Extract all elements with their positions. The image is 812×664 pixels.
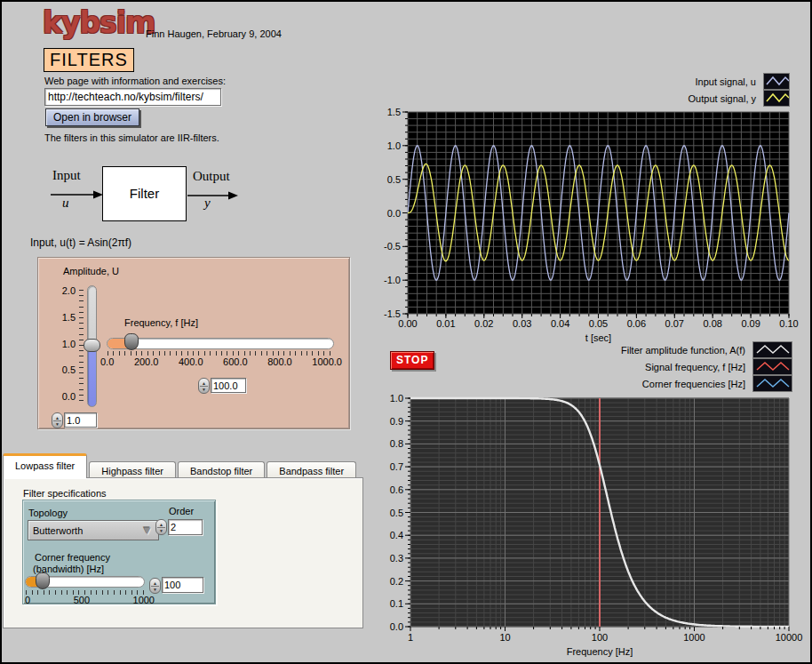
amplitude-label: Amplitude, U [63, 266, 119, 277]
svg-text:0.1: 0.1 [390, 598, 403, 609]
topology-label: Topology [28, 508, 68, 519]
frequency-value-input[interactable] [211, 378, 246, 393]
svg-text:0.08: 0.08 [703, 318, 721, 329]
web-page-label: Web page with information and exercises: [44, 76, 226, 87]
svg-text:10: 10 [499, 632, 510, 643]
corner-frequency-label-line1: Corner frequency [35, 552, 110, 564]
svg-text:0.06: 0.06 [627, 318, 646, 329]
svg-text:0.7: 0.7 [390, 461, 403, 472]
filter-block: Filter [102, 166, 187, 221]
frequency-slider-ticks [107, 351, 334, 356]
lowpass-filter-tab-page: Filter specifications Topology Butterwor… [3, 477, 363, 628]
legend-label: Corner frequencies [Hz] [533, 379, 745, 389]
svg-text:1: 1 [408, 632, 413, 643]
scale-tick-label: 1.0 [62, 339, 76, 349]
frequency-slider-scale: 0.0200.0400.0600.0800.01000.0 [100, 356, 342, 367]
amplitude-spinner[interactable]: ▲ ▼ [52, 412, 63, 428]
svg-text:1000: 1000 [683, 632, 705, 643]
scale-tick-label: 400.0 [179, 356, 203, 367]
byline: Finn Haugen, February 9, 2004 [146, 28, 282, 40]
scale-tick-label: 1000 [133, 595, 155, 605]
topology-value: Butterworth [33, 525, 83, 536]
svg-text:0.6: 0.6 [390, 484, 403, 495]
order-label: Order [169, 506, 194, 517]
scale-tick-label: 200.0 [134, 356, 159, 367]
svg-text:0.5: 0.5 [387, 174, 401, 185]
legend-label: Filter amplitude function, A(f) [533, 345, 745, 356]
svg-text:0.07: 0.07 [665, 318, 684, 329]
amplitude-value-input[interactable] [64, 412, 97, 428]
svg-text:0.02: 0.02 [474, 318, 493, 329]
svg-text:0.5: 0.5 [390, 508, 403, 518]
input-equation-heading: Input, u(t) = Asin(2πf) [30, 237, 131, 249]
svg-text:0.09: 0.09 [741, 318, 760, 329]
amplitude-slider-handle[interactable] [84, 339, 100, 352]
svg-text:1.0: 1.0 [390, 393, 403, 404]
topology-dropdown[interactable]: Butterworth ▼ [28, 520, 159, 540]
frequency-spinner[interactable]: ▲ ▼ [198, 378, 210, 394]
frequency-label: Frequency, f [Hz] [124, 317, 198, 329]
scale-tick-label: 0.0 [62, 391, 76, 402]
corner-frequency-slider-handle[interactable] [36, 572, 50, 589]
diagram-input-label: Input [52, 168, 81, 183]
svg-text:100: 100 [592, 632, 608, 643]
diagram-output-var: y [204, 196, 211, 211]
spin-down-icon[interactable]: ▼ [153, 587, 157, 592]
frequency-slider-handle[interactable] [124, 333, 139, 350]
legend-item: Input signal, u [624, 73, 790, 90]
svg-text:0.04: 0.04 [551, 318, 569, 329]
dropdown-arrow-icon[interactable]: ▼ [141, 524, 153, 537]
legend-item: Corner frequencies [Hz] [533, 375, 792, 392]
svg-text:0.9: 0.9 [390, 416, 403, 427]
svg-text:Frequency [Hz]: Frequency [Hz] [567, 646, 633, 657]
spin-down-icon[interactable]: ▼ [202, 387, 206, 392]
open-in-browser-button[interactable]: Open in browser [45, 108, 139, 126]
scale-tick-label: 2.0 [62, 285, 76, 296]
corner-frequency-value-input[interactable] [162, 577, 203, 593]
tab-lowpass-filter[interactable]: Lowpass filter [3, 453, 87, 478]
svg-text:0.8: 0.8 [390, 438, 403, 449]
order-value-input[interactable] [168, 519, 203, 535]
legend-swatch-icon [752, 358, 792, 375]
svg-text:0.05: 0.05 [589, 318, 608, 329]
svg-text:0.4: 0.4 [390, 530, 403, 540]
url-input[interactable] [44, 88, 221, 106]
scale-tick-label: 0 [25, 595, 30, 605]
corner-frequency-slider-scale: 05001000 [25, 595, 155, 605]
input-signal-panel: Amplitude, U 2.01.51.00.50.0 ▲ ▼ Frequen… [37, 257, 350, 429]
amplitude-response-chart: 1101001000100000.00.10.20.30.40.50.60.70… [378, 391, 812, 664]
iir-note: The filters in this simulator are IIR-fi… [44, 132, 219, 144]
legend-swatch-icon [763, 73, 790, 90]
filter-block-diagram: Input u Filter Output y [37, 164, 251, 227]
legend-swatch-icon [752, 341, 792, 358]
legend-label: Output signal, y [624, 93, 756, 104]
svg-text:1.0: 1.0 [387, 140, 401, 151]
time-plot-legend: Input signal, uOutput signal, y [624, 73, 790, 107]
legend-label: Signal frequency, f [Hz] [533, 362, 745, 372]
scale-tick-label: 0.0 [100, 356, 114, 367]
time-chart-canvas: 0.000.010.020.030.040.050.060.070.080.09… [378, 103, 812, 348]
stop-button[interactable]: STOP [390, 351, 434, 370]
time-response-chart: 0.000.010.020.030.040.050.060.070.080.09… [378, 103, 812, 352]
filter-specifications-label: Filter specifications [23, 488, 107, 500]
frequency-chart-canvas: 1101001000100000.00.10.20.30.40.50.60.70… [378, 391, 812, 661]
corner-frequency-spinner[interactable]: ▲ ▼ [149, 578, 161, 594]
svg-text:0.03: 0.03 [513, 318, 531, 329]
frequency-slider-track[interactable] [107, 338, 334, 349]
kybsim-logo: kybsim [43, 7, 155, 39]
legend-swatch-icon [752, 375, 792, 392]
page-title: FILTERS [44, 48, 134, 72]
scale-tick-label: 1000.0 [312, 356, 342, 367]
order-spinner[interactable]: ▲ ▼ [155, 519, 167, 535]
svg-text:0.00: 0.00 [398, 318, 417, 329]
spin-down-icon[interactable]: ▼ [159, 528, 163, 533]
spin-down-icon[interactable]: ▼ [55, 421, 60, 427]
legend-label: Input signal, u [624, 76, 756, 87]
scale-tick-label: 600.0 [223, 356, 248, 367]
diagram-output-label: Output [193, 169, 230, 184]
kybsim-filters-window: kybsim Finn Haugen, February 9, 2004 FIL… [0, 0, 812, 664]
svg-text:1.5: 1.5 [387, 107, 401, 117]
svg-text:0.0: 0.0 [387, 208, 401, 219]
scale-tick-label: 500 [74, 595, 90, 605]
svg-text:0.2: 0.2 [390, 576, 403, 587]
